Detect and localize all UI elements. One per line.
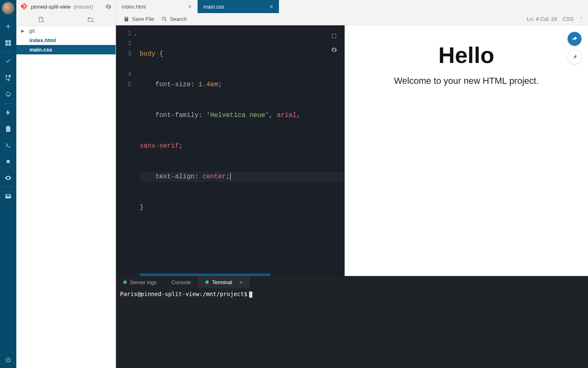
mail-icon[interactable]: [0, 188, 16, 204]
bolt-icon[interactable]: [0, 104, 16, 121]
expand-icon[interactable]: [331, 33, 337, 39]
power-icon[interactable]: [0, 352, 16, 368]
bottom-panel-tabs: Server logs Console Terminal ×: [116, 276, 588, 288]
editor-pane[interactable]: 1▾ 2 3 4 5 body { font-size: 1.4em; font…: [116, 25, 345, 276]
tab-label: main.css: [203, 4, 224, 10]
new-folder-icon[interactable]: [87, 16, 94, 23]
gear-icon[interactable]: [105, 4, 111, 10]
tab-main-css[interactable]: main.css ×: [198, 0, 279, 13]
branch-label: [master]: [74, 4, 93, 10]
tree-file-label: main.css: [29, 47, 52, 53]
gear-icon[interactable]: [331, 47, 337, 53]
bp-tab-label: Server logs: [130, 279, 157, 285]
status-dot-icon: [205, 280, 209, 284]
status-lang[interactable]: CSS: [563, 16, 574, 22]
save-file-button[interactable]: Save File: [121, 15, 156, 23]
terminal-cursor: [249, 292, 252, 298]
gutter: 1▾ 2 3 4 5: [116, 25, 134, 90]
status-dot-icon: [123, 280, 127, 284]
tab-server-logs[interactable]: Server logs: [116, 276, 164, 288]
stop-icon[interactable]: [0, 153, 16, 170]
history-icon[interactable]: [0, 86, 16, 102]
status-ln-col: Ln: 4 Col: 24: [527, 16, 557, 22]
check-icon[interactable]: [0, 53, 16, 70]
terminal-prompt: Paris@pinned-split-view:/mnt/project$: [120, 291, 247, 297]
avatar[interactable]: [2, 2, 14, 14]
project-header: pinned-split-view [master]: [16, 0, 116, 13]
activity-bar: [0, 0, 16, 368]
sidebar: pinned-split-view [master] ▶ .git index.…: [16, 0, 116, 368]
bottom-panel: Server logs Console Terminal × Paris@pin…: [116, 276, 588, 368]
tab-index-html[interactable]: index.html ×: [116, 0, 198, 13]
text-cursor: [230, 173, 231, 180]
eye-icon[interactable]: [0, 170, 16, 186]
bp-tab-label: Console: [172, 279, 191, 285]
share-button[interactable]: [568, 32, 581, 46]
terminal-body[interactable]: Paris@pinned-split-view:/mnt/project$: [116, 288, 588, 368]
editor-hscrollbar[interactable]: [140, 274, 270, 276]
close-icon[interactable]: ×: [270, 4, 273, 9]
editor-toolbar: Save File Search Ln: 4 Col: 24 CSS ⌃: [116, 13, 588, 25]
bp-tab-label: Terminal: [212, 279, 232, 285]
save-label: Save File: [132, 16, 154, 22]
dashboard-icon[interactable]: [0, 35, 16, 51]
close-icon[interactable]: ×: [240, 279, 243, 285]
new-file-icon[interactable]: [38, 16, 45, 23]
content-row: 1▾ 2 3 4 5 body { font-size: 1.4em; font…: [116, 25, 588, 276]
tabbar: index.html × main.css ×: [116, 0, 588, 13]
tree-file-maincss[interactable]: main.css: [16, 45, 116, 54]
search-button[interactable]: Search: [159, 15, 189, 23]
tree-file-index[interactable]: index.html: [16, 36, 116, 45]
fold-icon[interactable]: ▾: [134, 30, 137, 40]
preview-paragraph: Welcome to your new HTML project.: [345, 76, 588, 86]
svg-point-0: [163, 17, 166, 20]
pin-button[interactable]: [568, 50, 581, 64]
chevron-up-icon[interactable]: ⌃: [579, 16, 583, 22]
main: index.html × main.css × Save File Search…: [116, 0, 588, 368]
preview-heading: Hello: [345, 42, 588, 68]
branch-icon[interactable]: [0, 70, 16, 86]
close-icon[interactable]: ×: [188, 4, 192, 9]
tab-console[interactable]: Console: [164, 276, 198, 288]
sidebar-toolbar: [16, 13, 116, 26]
terminal-icon[interactable]: [0, 137, 16, 153]
tab-terminal[interactable]: Terminal ×: [198, 276, 250, 288]
tab-label: index.html: [122, 4, 146, 10]
tree-folder-label: .git: [28, 28, 35, 34]
tree-folder-git[interactable]: ▶ .git: [16, 26, 116, 36]
preview-pane: Hello Welcome to your new HTML project.: [345, 25, 588, 276]
clipboard-icon[interactable]: [0, 121, 16, 137]
code-area[interactable]: body { font-size: 1.4em; font-family: 'H…: [140, 29, 345, 233]
file-tree: ▶ .git index.html main.css: [16, 26, 116, 368]
add-icon[interactable]: [0, 18, 16, 35]
git-icon: [20, 3, 28, 10]
search-label: Search: [170, 16, 187, 22]
project-name: pinned-split-view: [31, 4, 71, 10]
chevron-right-icon: ▶: [21, 29, 25, 33]
tree-file-label: index.html: [29, 37, 56, 43]
